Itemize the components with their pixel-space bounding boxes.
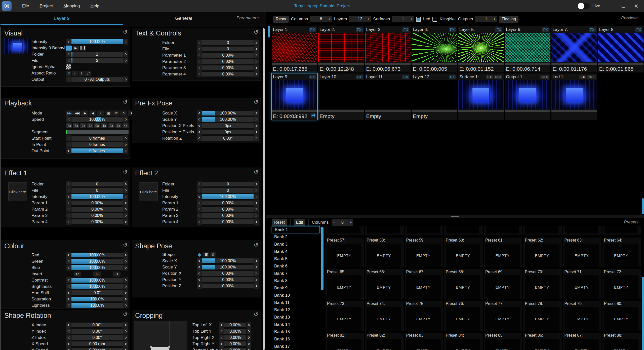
decrement-arrow[interactable]: <	[197, 52, 202, 58]
ndi-badge[interactable]: NDI	[494, 75, 502, 79]
decrement-arrow[interactable]: <	[66, 277, 71, 283]
preset-cell[interactable]: Preset 63:EMPTY	[563, 238, 601, 267]
decrement-arrow[interactable]: <	[66, 206, 71, 212]
panel-splitter[interactable]	[266, 215, 644, 218]
bank-item[interactable]: Bank 17	[272, 343, 320, 350]
decrement-arrow[interactable]: <	[219, 341, 224, 347]
reset-icon[interactable]: ↺	[123, 29, 128, 35]
floating-button[interactable]: Floating	[499, 16, 518, 23]
preset-cell[interactable]: Preset 59:EMPTY	[405, 238, 443, 267]
preset-columns-decrement[interactable]: −	[332, 220, 337, 225]
layer-cell[interactable]: Layer 9: FX E: 0:00:03:992	[272, 73, 317, 120]
fx-badge[interactable]: FX	[356, 27, 363, 32]
decrement-arrow[interactable]: <	[66, 328, 71, 334]
preset-cell-partial[interactable]	[365, 226, 404, 235]
decrement-arrow[interactable]: <	[197, 206, 202, 212]
klingnet-checkbox[interactable]	[432, 17, 437, 22]
preset-cell[interactable]: Preset 67:EMPTY	[405, 269, 443, 299]
value-slider[interactable]: 100.00%	[202, 258, 254, 263]
tab-general[interactable]: General	[164, 16, 204, 21]
presets-panel-label[interactable]: Presets	[624, 220, 638, 225]
preset-empty-box[interactable]: EMPTY	[565, 307, 599, 331]
close-button[interactable]	[633, 3, 639, 9]
speed-preset-button[interactable]: 4x	[123, 123, 129, 128]
value-slider[interactable]: 100.0%	[71, 297, 123, 301]
invert-channel-button[interactable]: R	[74, 271, 81, 277]
fx-badge[interactable]: FX	[635, 27, 642, 32]
play-icon[interactable]: ▶	[73, 46, 79, 51]
tab-layer-9[interactable]: Layer 9	[40, 16, 83, 21]
increment-arrow[interactable]: >	[123, 39, 128, 45]
value-slider[interactable]: 100.00%	[71, 278, 123, 283]
outputs-increment[interactable]: +	[492, 17, 497, 22]
play-icon[interactable]: ▶	[81, 110, 88, 116]
columns-value[interactable]: 8	[315, 17, 327, 21]
increment-arrow[interactable]: >	[123, 135, 128, 141]
preset-empty-box[interactable]: EMPTY	[327, 339, 361, 350]
preset-cell[interactable]: Preset 69:EMPTY	[484, 269, 522, 299]
preset-edit-button[interactable]: Edit	[294, 219, 306, 226]
reset-icon[interactable]: ↺	[123, 242, 128, 248]
preset-empty-box[interactable]: EMPTY	[525, 244, 559, 267]
play-reverse-icon[interactable]: ◀	[89, 110, 96, 116]
segment-bar[interactable]	[66, 130, 129, 134]
preset-empty-box[interactable]: EMPTY	[604, 275, 638, 299]
save-icon[interactable]	[311, 113, 316, 119]
surfaces-value[interactable]: 1	[397, 17, 409, 21]
reset-icon[interactable]: ↺	[123, 99, 128, 105]
preset-cell[interactable]: Preset 71:EMPTY	[563, 269, 601, 299]
decrement-arrow[interactable]: <	[197, 71, 202, 77]
fx-badge[interactable]: FX	[589, 27, 596, 32]
bank-item[interactable]: Bank 3	[272, 241, 320, 248]
increment-arrow[interactable]: >	[254, 110, 259, 116]
layer-cell[interactable]: Layer 1: FX E: 0:00:17:285	[272, 26, 317, 72]
fx-badge[interactable]: FX	[402, 75, 409, 79]
preset-cell[interactable]: Preset 65:EMPTY	[326, 269, 364, 299]
increment-arrow[interactable]: >	[123, 206, 128, 212]
bank-item[interactable]: Bank 8	[272, 277, 320, 284]
layer-cell[interactable]: Layer 11: FX Empty	[365, 73, 411, 120]
increment-arrow[interactable]: >	[123, 252, 128, 258]
value-slider[interactable]: 0.00°	[71, 335, 123, 340]
preset-cell[interactable]: Preset 68:EMPTY	[444, 269, 483, 299]
decrement-arrow[interactable]: <	[66, 200, 71, 206]
increment-arrow[interactable]: >	[123, 58, 128, 64]
decrement-arrow[interactable]: <	[66, 76, 71, 83]
bank-item[interactable]: Bank 16	[272, 335, 320, 343]
outputs-decrement[interactable]: −	[475, 17, 480, 22]
value-slider[interactable]: 0.00%	[71, 207, 123, 212]
speed-preset-button[interactable]: 1x	[101, 123, 107, 128]
bank-item[interactable]: Bank 13	[272, 314, 320, 321]
decrement-arrow[interactable]: <	[197, 277, 202, 283]
minimize-button[interactable]	[607, 3, 613, 9]
increment-arrow[interactable]: >	[254, 200, 259, 206]
bank-item[interactable]: Bank 6	[272, 262, 320, 270]
increment-arrow[interactable]: >	[247, 328, 251, 334]
loop-icon[interactable]: ▣	[105, 110, 112, 116]
preset-empty-box[interactable]: EMPTY	[565, 339, 599, 350]
previews-panel-label[interactable]: Previews	[621, 16, 638, 21]
value-slider[interactable]: 0.00%	[224, 341, 246, 346]
preset-cell-partial[interactable]	[563, 226, 601, 235]
decrement-arrow[interactable]: <	[66, 322, 71, 328]
fx-badge[interactable]: FX	[309, 27, 316, 32]
layer-thumbnail[interactable]	[458, 80, 504, 109]
aspect-stretch-icon[interactable]: ↗	[66, 71, 71, 76]
layer-cell[interactable]: Output 1: NDI	[505, 73, 550, 120]
fast-forward-icon[interactable]: ▶▶	[66, 110, 73, 116]
splitter-handle[interactable]	[451, 216, 459, 217]
decrement-arrow[interactable]: <	[197, 110, 202, 116]
led-checkbox[interactable]	[416, 17, 421, 22]
increment-arrow[interactable]: >	[123, 116, 128, 123]
preset-reset-button[interactable]: Reset	[272, 219, 287, 226]
decrement-arrow[interactable]: <	[66, 335, 71, 341]
value-slider[interactable]: 100.00%	[202, 265, 254, 269]
decrement-arrow[interactable]: <	[197, 264, 202, 270]
decrement-arrow[interactable]: <	[219, 335, 224, 341]
aspect-fit-width-icon[interactable]: ↔	[72, 71, 78, 76]
decrement-arrow[interactable]: <	[197, 283, 202, 289]
increment-arrow[interactable]: >	[254, 194, 259, 200]
increment-arrow[interactable]: >	[247, 322, 251, 328]
fx-badge[interactable]: FX	[449, 27, 456, 32]
surfaces-increment[interactable]: +	[409, 17, 414, 22]
